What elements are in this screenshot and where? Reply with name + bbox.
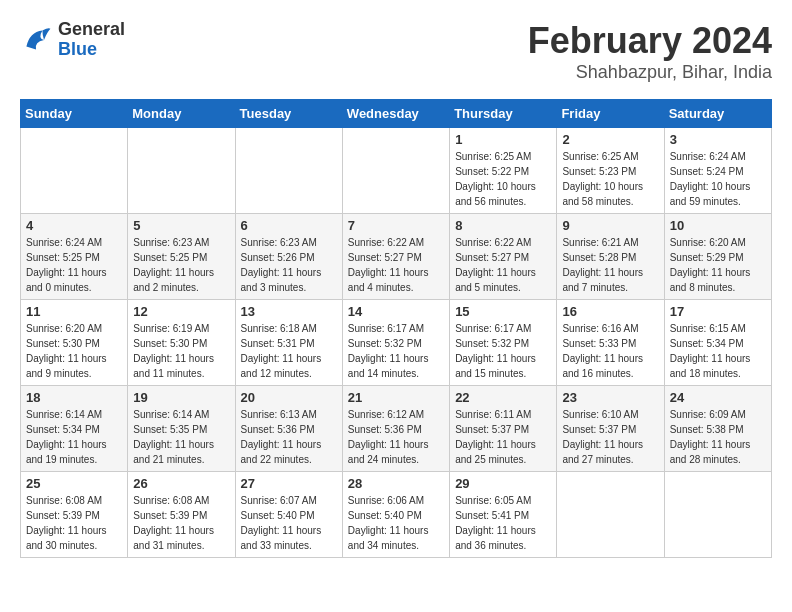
page-header: General Blue February 2024 Shahbazpur, B… bbox=[20, 20, 772, 83]
calendar-cell: 15Sunrise: 6:17 AM Sunset: 5:32 PM Dayli… bbox=[450, 300, 557, 386]
calendar-cell: 29Sunrise: 6:05 AM Sunset: 5:41 PM Dayli… bbox=[450, 472, 557, 558]
day-info: Sunrise: 6:16 AM Sunset: 5:33 PM Dayligh… bbox=[562, 321, 658, 381]
day-number: 26 bbox=[133, 476, 229, 491]
calendar-cell bbox=[342, 128, 449, 214]
day-number: 12 bbox=[133, 304, 229, 319]
day-info: Sunrise: 6:15 AM Sunset: 5:34 PM Dayligh… bbox=[670, 321, 766, 381]
day-info: Sunrise: 6:20 AM Sunset: 5:30 PM Dayligh… bbox=[26, 321, 122, 381]
calendar-week-row: 25Sunrise: 6:08 AM Sunset: 5:39 PM Dayli… bbox=[21, 472, 772, 558]
logo: General Blue bbox=[20, 20, 125, 60]
day-info: Sunrise: 6:14 AM Sunset: 5:35 PM Dayligh… bbox=[133, 407, 229, 467]
weekday-header-saturday: Saturday bbox=[664, 100, 771, 128]
day-info: Sunrise: 6:21 AM Sunset: 5:28 PM Dayligh… bbox=[562, 235, 658, 295]
calendar-week-row: 11Sunrise: 6:20 AM Sunset: 5:30 PM Dayli… bbox=[21, 300, 772, 386]
day-info: Sunrise: 6:10 AM Sunset: 5:37 PM Dayligh… bbox=[562, 407, 658, 467]
day-number: 19 bbox=[133, 390, 229, 405]
calendar-cell: 22Sunrise: 6:11 AM Sunset: 5:37 PM Dayli… bbox=[450, 386, 557, 472]
calendar-week-row: 1Sunrise: 6:25 AM Sunset: 5:22 PM Daylig… bbox=[21, 128, 772, 214]
calendar-cell: 25Sunrise: 6:08 AM Sunset: 5:39 PM Dayli… bbox=[21, 472, 128, 558]
calendar-cell bbox=[664, 472, 771, 558]
weekday-header-monday: Monday bbox=[128, 100, 235, 128]
calendar-cell: 17Sunrise: 6:15 AM Sunset: 5:34 PM Dayli… bbox=[664, 300, 771, 386]
weekday-header-wednesday: Wednesday bbox=[342, 100, 449, 128]
month-year-title: February 2024 bbox=[528, 20, 772, 62]
day-number: 21 bbox=[348, 390, 444, 405]
day-number: 16 bbox=[562, 304, 658, 319]
calendar-cell: 20Sunrise: 6:13 AM Sunset: 5:36 PM Dayli… bbox=[235, 386, 342, 472]
day-number: 27 bbox=[241, 476, 337, 491]
day-info: Sunrise: 6:22 AM Sunset: 5:27 PM Dayligh… bbox=[348, 235, 444, 295]
day-number: 11 bbox=[26, 304, 122, 319]
day-info: Sunrise: 6:06 AM Sunset: 5:40 PM Dayligh… bbox=[348, 493, 444, 553]
day-number: 25 bbox=[26, 476, 122, 491]
calendar-cell: 13Sunrise: 6:18 AM Sunset: 5:31 PM Dayli… bbox=[235, 300, 342, 386]
day-info: Sunrise: 6:17 AM Sunset: 5:32 PM Dayligh… bbox=[348, 321, 444, 381]
day-number: 9 bbox=[562, 218, 658, 233]
calendar-cell: 24Sunrise: 6:09 AM Sunset: 5:38 PM Dayli… bbox=[664, 386, 771, 472]
day-number: 6 bbox=[241, 218, 337, 233]
day-number: 3 bbox=[670, 132, 766, 147]
calendar-cell: 16Sunrise: 6:16 AM Sunset: 5:33 PM Dayli… bbox=[557, 300, 664, 386]
calendar-table: SundayMondayTuesdayWednesdayThursdayFrid… bbox=[20, 99, 772, 558]
calendar-cell: 19Sunrise: 6:14 AM Sunset: 5:35 PM Dayli… bbox=[128, 386, 235, 472]
calendar-cell: 27Sunrise: 6:07 AM Sunset: 5:40 PM Dayli… bbox=[235, 472, 342, 558]
day-number: 28 bbox=[348, 476, 444, 491]
day-number: 15 bbox=[455, 304, 551, 319]
location-subtitle: Shahbazpur, Bihar, India bbox=[528, 62, 772, 83]
calendar-cell: 23Sunrise: 6:10 AM Sunset: 5:37 PM Dayli… bbox=[557, 386, 664, 472]
logo-blue: Blue bbox=[58, 40, 125, 60]
calendar-cell: 8Sunrise: 6:22 AM Sunset: 5:27 PM Daylig… bbox=[450, 214, 557, 300]
day-info: Sunrise: 6:14 AM Sunset: 5:34 PM Dayligh… bbox=[26, 407, 122, 467]
day-number: 18 bbox=[26, 390, 122, 405]
day-info: Sunrise: 6:25 AM Sunset: 5:22 PM Dayligh… bbox=[455, 149, 551, 209]
calendar-week-row: 4Sunrise: 6:24 AM Sunset: 5:25 PM Daylig… bbox=[21, 214, 772, 300]
logo-bird-icon bbox=[20, 24, 52, 56]
calendar-cell bbox=[235, 128, 342, 214]
day-info: Sunrise: 6:23 AM Sunset: 5:26 PM Dayligh… bbox=[241, 235, 337, 295]
day-number: 7 bbox=[348, 218, 444, 233]
day-number: 14 bbox=[348, 304, 444, 319]
day-number: 23 bbox=[562, 390, 658, 405]
day-number: 4 bbox=[26, 218, 122, 233]
day-info: Sunrise: 6:11 AM Sunset: 5:37 PM Dayligh… bbox=[455, 407, 551, 467]
title-block: February 2024 Shahbazpur, Bihar, India bbox=[528, 20, 772, 83]
calendar-cell bbox=[21, 128, 128, 214]
day-info: Sunrise: 6:08 AM Sunset: 5:39 PM Dayligh… bbox=[133, 493, 229, 553]
day-info: Sunrise: 6:05 AM Sunset: 5:41 PM Dayligh… bbox=[455, 493, 551, 553]
calendar-cell: 4Sunrise: 6:24 AM Sunset: 5:25 PM Daylig… bbox=[21, 214, 128, 300]
day-info: Sunrise: 6:23 AM Sunset: 5:25 PM Dayligh… bbox=[133, 235, 229, 295]
calendar-cell: 7Sunrise: 6:22 AM Sunset: 5:27 PM Daylig… bbox=[342, 214, 449, 300]
day-info: Sunrise: 6:20 AM Sunset: 5:29 PM Dayligh… bbox=[670, 235, 766, 295]
calendar-cell: 18Sunrise: 6:14 AM Sunset: 5:34 PM Dayli… bbox=[21, 386, 128, 472]
day-info: Sunrise: 6:08 AM Sunset: 5:39 PM Dayligh… bbox=[26, 493, 122, 553]
day-number: 2 bbox=[562, 132, 658, 147]
calendar-cell: 2Sunrise: 6:25 AM Sunset: 5:23 PM Daylig… bbox=[557, 128, 664, 214]
day-number: 24 bbox=[670, 390, 766, 405]
day-info: Sunrise: 6:25 AM Sunset: 5:23 PM Dayligh… bbox=[562, 149, 658, 209]
day-number: 17 bbox=[670, 304, 766, 319]
calendar-week-row: 18Sunrise: 6:14 AM Sunset: 5:34 PM Dayli… bbox=[21, 386, 772, 472]
day-number: 20 bbox=[241, 390, 337, 405]
calendar-cell: 3Sunrise: 6:24 AM Sunset: 5:24 PM Daylig… bbox=[664, 128, 771, 214]
day-info: Sunrise: 6:19 AM Sunset: 5:30 PM Dayligh… bbox=[133, 321, 229, 381]
day-number: 29 bbox=[455, 476, 551, 491]
calendar-cell: 9Sunrise: 6:21 AM Sunset: 5:28 PM Daylig… bbox=[557, 214, 664, 300]
day-info: Sunrise: 6:09 AM Sunset: 5:38 PM Dayligh… bbox=[670, 407, 766, 467]
day-number: 1 bbox=[455, 132, 551, 147]
calendar-cell: 21Sunrise: 6:12 AM Sunset: 5:36 PM Dayli… bbox=[342, 386, 449, 472]
calendar-cell bbox=[128, 128, 235, 214]
weekday-header-tuesday: Tuesday bbox=[235, 100, 342, 128]
calendar-cell bbox=[557, 472, 664, 558]
day-info: Sunrise: 6:24 AM Sunset: 5:24 PM Dayligh… bbox=[670, 149, 766, 209]
weekday-header-friday: Friday bbox=[557, 100, 664, 128]
day-info: Sunrise: 6:12 AM Sunset: 5:36 PM Dayligh… bbox=[348, 407, 444, 467]
calendar-cell: 28Sunrise: 6:06 AM Sunset: 5:40 PM Dayli… bbox=[342, 472, 449, 558]
calendar-cell: 14Sunrise: 6:17 AM Sunset: 5:32 PM Dayli… bbox=[342, 300, 449, 386]
calendar-cell: 11Sunrise: 6:20 AM Sunset: 5:30 PM Dayli… bbox=[21, 300, 128, 386]
day-info: Sunrise: 6:17 AM Sunset: 5:32 PM Dayligh… bbox=[455, 321, 551, 381]
calendar-cell: 1Sunrise: 6:25 AM Sunset: 5:22 PM Daylig… bbox=[450, 128, 557, 214]
day-info: Sunrise: 6:24 AM Sunset: 5:25 PM Dayligh… bbox=[26, 235, 122, 295]
weekday-header-thursday: Thursday bbox=[450, 100, 557, 128]
day-number: 13 bbox=[241, 304, 337, 319]
calendar-cell: 12Sunrise: 6:19 AM Sunset: 5:30 PM Dayli… bbox=[128, 300, 235, 386]
